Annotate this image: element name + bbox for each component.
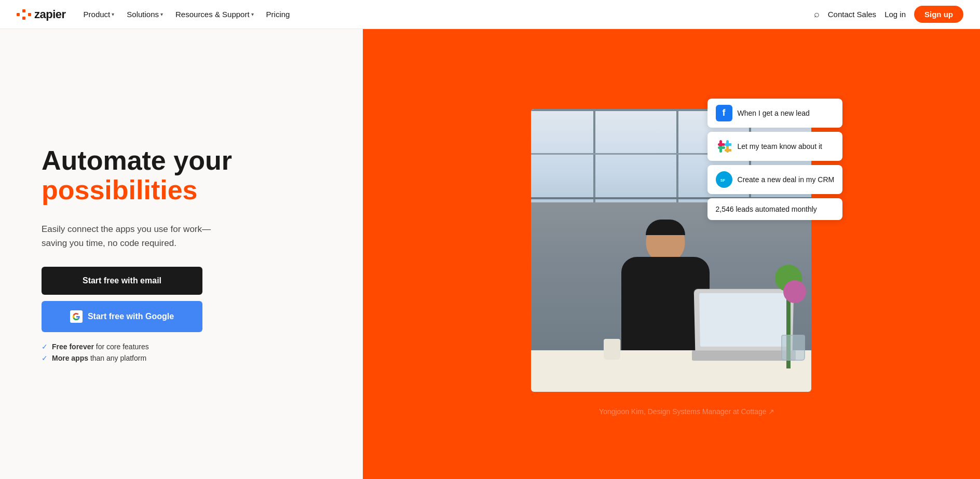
- perk-free-forever: ✓ Free forever for core features: [42, 343, 332, 351]
- start-email-button[interactable]: Start free with email: [42, 267, 202, 295]
- logo-icon: [17, 9, 31, 20]
- google-icon-box: [70, 310, 83, 323]
- hero-title-orange: possibilities: [42, 175, 332, 205]
- automation-card-facebook: f When I get a new lead: [707, 99, 843, 128]
- logo-text: zapier: [34, 8, 66, 21]
- automation-card-salesforce-text: Create a new deal in my CRM: [738, 175, 835, 184]
- automation-card-slack: Let my team know about it: [707, 132, 843, 161]
- chevron-down-icon: ▾: [112, 11, 114, 17]
- flower-head2: [783, 280, 806, 303]
- nav-right: ⌕ Contact Sales Log in Sign up: [814, 6, 963, 23]
- hero-title: Automate your possibilities: [42, 146, 332, 222]
- perks-list: ✓ Free forever for core features ✓ More …: [42, 343, 332, 362]
- svg-rect-2: [28, 13, 31, 16]
- automation-cards: f When I get a new lead: [707, 99, 843, 220]
- svg-rect-11: [725, 149, 731, 152]
- window-frame-v2: [676, 109, 678, 202]
- automation-card-salesforce: SF Create a new deal in my CRM: [707, 165, 843, 194]
- svg-text:SF: SF: [720, 178, 726, 182]
- photo-caption-area: Yongjoon Kim, Design Systems Manager at …: [531, 407, 842, 416]
- nav-solutions[interactable]: Solutions ▾: [121, 7, 168, 22]
- signup-button[interactable]: Sign up: [914, 6, 963, 23]
- facebook-icon: f: [716, 105, 732, 121]
- nav-menu: Product ▾ Solutions ▾ Resources & Suppor…: [78, 7, 295, 22]
- navigation: zapier Product ▾ Solutions ▾ Resources &…: [0, 0, 980, 29]
- perk-more-apps: ✓ More apps than any platform: [42, 354, 332, 362]
- svg-rect-0: [17, 13, 20, 16]
- chevron-down-icon: ▾: [160, 11, 163, 17]
- svg-rect-7: [725, 143, 731, 146]
- nav-product[interactable]: Product ▾: [78, 7, 120, 22]
- left-panel: Automate your possibilities Easily conne…: [0, 29, 363, 479]
- nav-pricing[interactable]: Pricing: [261, 7, 295, 22]
- nav-left: zapier Product ▾ Solutions ▾ Resources &…: [17, 7, 295, 22]
- person-hair: [646, 220, 685, 235]
- start-google-button[interactable]: Start free with Google: [42, 301, 202, 332]
- coffee-cup: [604, 339, 620, 360]
- zapier-logo[interactable]: zapier: [17, 8, 66, 21]
- google-g-icon: [72, 312, 80, 321]
- check-icon: ✓: [42, 343, 48, 351]
- svg-rect-5: [718, 143, 725, 146]
- salesforce-icon: SF: [716, 171, 732, 188]
- search-icon[interactable]: ⌕: [814, 9, 820, 20]
- photo-caption-link[interactable]: Yongjoon Kim, Design Systems Manager at …: [599, 407, 774, 416]
- hero-description: Easily connect the apps you use for work…: [42, 222, 218, 250]
- automation-card-slack-text: Let my team know about it: [738, 142, 822, 150]
- vase: [781, 335, 805, 361]
- svg-rect-9: [718, 146, 725, 149]
- slack-icon: [716, 138, 732, 155]
- login-link[interactable]: Log in: [884, 10, 906, 19]
- stats-text: 2,546 leads automated monthly: [716, 205, 817, 213]
- contact-sales-link[interactable]: Contact Sales: [828, 10, 876, 19]
- stats-card: 2,546 leads automated monthly: [707, 198, 843, 220]
- svg-rect-3: [22, 17, 25, 20]
- window-frame-v1: [593, 109, 595, 202]
- right-panel: f When I get a new lead: [363, 29, 980, 479]
- check-icon: ✓: [42, 354, 48, 362]
- automation-card-facebook-text: When I get a new lead: [738, 109, 810, 117]
- chevron-down-icon: ▾: [251, 11, 254, 17]
- hero-image-area: f When I get a new lead: [531, 109, 811, 400]
- svg-rect-1: [22, 9, 25, 12]
- nav-resources[interactable]: Resources & Support ▾: [170, 7, 259, 22]
- main-container: Automate your possibilities Easily conne…: [0, 29, 980, 479]
